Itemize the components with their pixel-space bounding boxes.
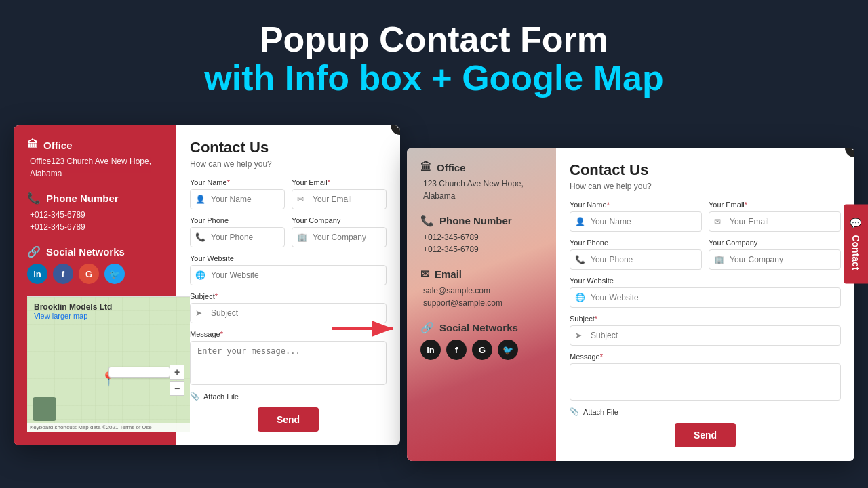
social-title: 🔗 Social Networks xyxy=(27,245,163,258)
subject-label-right: Subject* xyxy=(570,314,841,323)
subject-row-right: Subject* ➤ xyxy=(570,314,841,346)
page-title-line2: with Info box + Google Map xyxy=(0,59,868,98)
attach-label: Attach File xyxy=(203,392,239,401)
email-input-right[interactable] xyxy=(709,211,841,232)
name-label-right: Your Name* xyxy=(570,201,702,209)
phone-company-row: Your Phone 📞 Your Company 🏢 xyxy=(190,216,387,247)
name-input-right[interactable] xyxy=(570,211,702,232)
phone-label: Your Phone xyxy=(190,216,285,224)
subject-input-right[interactable] xyxy=(570,325,841,346)
phone-title: 📞 Phone Number xyxy=(27,192,163,205)
contact-tab-label: Contact xyxy=(850,235,861,270)
map-link[interactable]: View larger map xyxy=(34,312,87,320)
social-section-right: 🔗 Social Networks in f G 🐦 xyxy=(420,321,542,360)
popup-right: 🏛 Office 123 Church Ave New Hope, Alabam… xyxy=(407,148,854,461)
office-title: 🏛 Office xyxy=(27,139,163,151)
linkedin-icon[interactable]: in xyxy=(27,264,47,284)
form-panel-right: ✕ Contact Us How can we help you? Your N… xyxy=(556,148,854,461)
social-icons-list: in f G 🐦 xyxy=(27,264,163,284)
email1-right: sale@sample.com xyxy=(420,285,542,297)
form-panel-left: ✕ Contact Us How can we help you? Your N… xyxy=(176,125,400,445)
email-title-right: ✉ Email xyxy=(420,268,542,281)
map-footer: Keyboard shortcuts Map data ©2021 Terms … xyxy=(27,423,190,432)
phone-company-row-right: Your Phone 📞 Your Company 🏢 xyxy=(570,239,841,270)
phone-input-right[interactable] xyxy=(570,249,702,270)
arrow xyxy=(326,312,407,348)
linkedin-icon-right[interactable]: in xyxy=(420,340,441,360)
attach-row-right[interactable]: 📎 Attach File xyxy=(570,407,841,416)
phone-section: 📞 Phone Number +012-345-6789 +012-345-67… xyxy=(27,192,163,233)
email-group: Your Email* ✉ xyxy=(292,178,387,209)
close-button-right[interactable]: ✕ xyxy=(845,148,854,157)
attach-row[interactable]: 📎 Attach File xyxy=(190,392,387,401)
close-button-left[interactable]: ✕ xyxy=(391,125,400,135)
twitter-icon-right[interactable]: 🐦 xyxy=(498,340,518,360)
message-label-right: Message* xyxy=(570,352,841,361)
email-input[interactable] xyxy=(292,189,387,209)
send-button-left[interactable]: Send xyxy=(258,407,319,432)
website-row-right: Your Website 🌐 xyxy=(570,277,841,308)
phone-field-icon-right: 📞 xyxy=(575,255,585,264)
phone-section-right: 📞 Phone Number +012-345-6789 +012-345-67… xyxy=(420,214,542,256)
email-field-icon-right: ✉ xyxy=(714,217,721,226)
social-icon: 🔗 xyxy=(27,245,41,258)
email2-right: support@sample.com xyxy=(420,297,542,309)
attach-label-right: Attach File xyxy=(583,408,618,416)
phone-icon-right: 📞 xyxy=(420,214,434,227)
send-button-right[interactable]: Send xyxy=(675,423,736,447)
email-icon: ✉ xyxy=(297,195,304,204)
phone-input-wrapper: 📞 xyxy=(190,227,285,247)
social-icon-right: 🔗 xyxy=(420,321,434,334)
office-icon-right: 🏛 xyxy=(420,161,431,174)
subject-icon-right: ➤ xyxy=(575,331,582,340)
email-label-right: Your Email* xyxy=(709,201,841,209)
phone-title-right: 📞 Phone Number xyxy=(420,214,542,227)
contact-tab[interactable]: 💬 Contact xyxy=(844,204,868,283)
email-wrapper-right: ✉ xyxy=(709,211,841,232)
name-group-right: Your Name* 👤 xyxy=(570,201,702,232)
twitter-icon[interactable]: 🐦 xyxy=(104,264,125,284)
facebook-icon-right[interactable]: f xyxy=(446,340,467,360)
subject-label: Subject* xyxy=(190,292,387,300)
website-group-right: Your Website 🌐 xyxy=(570,277,841,308)
popup-left: 🏛 Office Office123 Church Ave New Hope, … xyxy=(14,125,400,445)
email-section-right: ✉ Email sale@sample.com support@sample.c… xyxy=(420,268,542,309)
website-input-right[interactable] xyxy=(570,287,841,308)
google-icon-right[interactable]: G xyxy=(472,340,492,360)
phone-field-icon: 📞 xyxy=(195,232,205,242)
company-input-right[interactable] xyxy=(709,249,841,270)
attach-icon-right: 📎 xyxy=(570,407,579,416)
email-icon-right: ✉ xyxy=(420,268,429,281)
social-section: 🔗 Social Networks in f G 🐦 xyxy=(27,245,163,284)
company-icon: 🏢 xyxy=(297,232,307,242)
website-group: Your Website 🌐 xyxy=(190,254,387,285)
social-title-right: 🔗 Social Networks xyxy=(420,321,542,334)
website-input[interactable] xyxy=(190,265,387,285)
info-sidebar-left: 🏛 Office Office123 Church Ave New Hope, … xyxy=(14,125,176,445)
subject-icon: ➤ xyxy=(195,308,202,318)
phone1-right: +012-345-6789 xyxy=(420,231,542,243)
message-textarea-right[interactable] xyxy=(570,363,841,401)
phone2-right: +012-345-6789 xyxy=(420,243,542,256)
attach-icon: 📎 xyxy=(190,392,199,401)
name-icon: 👤 xyxy=(195,195,205,204)
map-background: Brooklin Models Ltd View larger map 📍 Br… xyxy=(27,297,190,432)
company-label-right: Your Company xyxy=(709,239,841,247)
phone-label-right: Your Phone xyxy=(570,239,702,247)
company-group: Your Company 🏢 xyxy=(292,216,387,247)
name-label: Your Name* xyxy=(190,178,285,186)
company-label: Your Company xyxy=(292,216,387,224)
company-icon-right: 🏢 xyxy=(714,255,724,264)
facebook-icon[interactable]: f xyxy=(53,264,73,284)
form-subtitle-left: How can we help you? xyxy=(190,159,387,169)
phone-group-right: Your Phone 📞 xyxy=(570,239,702,270)
office-address: Office123 Church Ave New Hope, Alabama xyxy=(27,155,163,180)
phone-group: Your Phone 📞 xyxy=(190,216,285,247)
google-icon[interactable]: G xyxy=(79,264,99,284)
office-icon: 🏛 xyxy=(27,139,38,151)
company-group-right: Your Company 🏢 xyxy=(709,239,841,270)
form-title-left: Contact Us xyxy=(190,139,387,157)
map-label: Brooklin Models Ltd xyxy=(34,302,112,312)
phone2: +012-345-6789 xyxy=(27,221,163,233)
message-row-right: Message* xyxy=(570,352,841,401)
